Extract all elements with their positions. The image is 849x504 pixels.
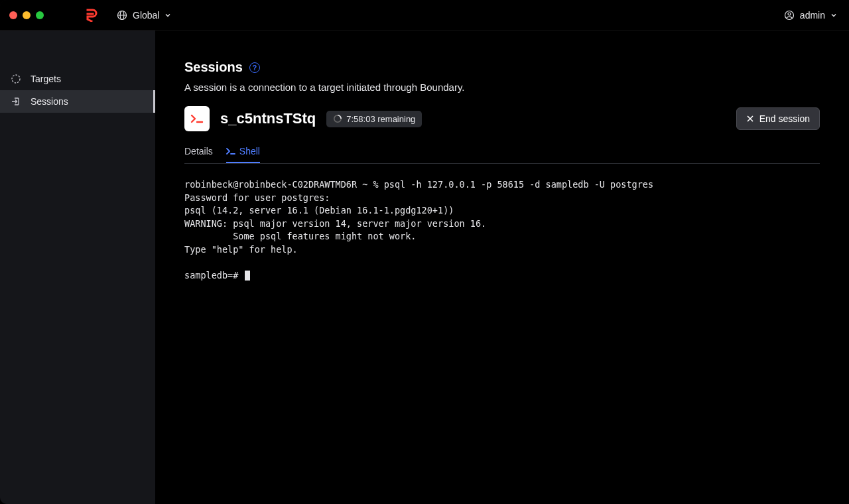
zoom-window-button[interactable] <box>36 11 44 19</box>
user-label: admin <box>800 10 825 21</box>
close-window-button[interactable] <box>9 11 17 19</box>
enter-icon <box>11 96 21 107</box>
scope-label: Global <box>133 10 159 21</box>
page-title: Sessions <box>184 60 243 75</box>
terminal-icon <box>184 106 210 131</box>
window-controls <box>9 11 44 19</box>
terminal-prompt-icon <box>226 147 235 155</box>
scope-switcher[interactable]: Global <box>117 10 171 21</box>
terminal-output[interactable]: robinbeck@robinbeck-C02DRAWTMD6R ~ % psq… <box>184 178 820 283</box>
main-content: Sessions ? A session is a connection to … <box>155 31 849 504</box>
spinner-icon <box>333 114 342 123</box>
tab-label: Details <box>184 146 213 157</box>
time-remaining-badge: 7:58:03 remaining <box>326 111 422 127</box>
terminal-cursor <box>245 271 250 281</box>
sidebar-item-label: Targets <box>31 74 61 84</box>
svg-point-5 <box>12 75 20 83</box>
tab-label: Shell <box>239 146 260 157</box>
app-logo-icon <box>86 9 98 22</box>
minimize-window-button[interactable] <box>23 11 31 19</box>
end-session-label: End session <box>759 113 810 124</box>
user-circle-icon <box>784 10 795 21</box>
close-icon <box>746 115 754 123</box>
sidebar: Targets Sessions <box>0 31 155 504</box>
sidebar-item-sessions[interactable]: Sessions <box>0 90 155 113</box>
time-remaining-text: 7:58:03 remaining <box>346 114 415 124</box>
chevron-down-icon <box>164 12 171 19</box>
globe-icon <box>117 10 127 21</box>
chevron-down-icon <box>830 12 837 19</box>
sidebar-item-targets[interactable]: Targets <box>0 68 155 90</box>
user-menu[interactable]: admin <box>784 10 837 21</box>
svg-point-4 <box>788 13 791 15</box>
tab-details[interactable]: Details <box>184 141 213 163</box>
titlebar: Global admin <box>0 0 849 31</box>
session-tabs: Details Shell <box>184 141 820 164</box>
target-icon <box>11 74 21 84</box>
sidebar-item-label: Sessions <box>31 96 68 107</box>
end-session-button[interactable]: End session <box>736 107 820 130</box>
session-id: s_c5ntnsTStq <box>220 110 316 127</box>
help-icon[interactable]: ? <box>249 62 260 73</box>
page-description: A session is a connection to a target in… <box>184 82 820 93</box>
tab-shell[interactable]: Shell <box>226 141 260 163</box>
